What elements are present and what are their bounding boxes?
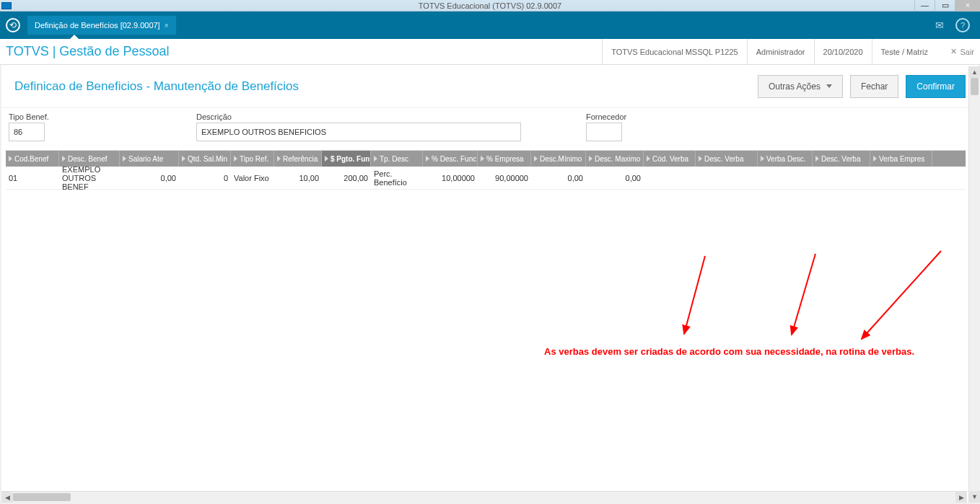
sort-icon xyxy=(647,156,650,162)
scroll-down-icon[interactable]: ▼ xyxy=(969,491,980,503)
field-tipo-benef: Tipo Benef. xyxy=(9,112,196,141)
column-header[interactable]: Desc. Verba xyxy=(813,151,870,167)
help-icon[interactable]: ? xyxy=(955,18,970,32)
column-label: Verba Desc. xyxy=(766,155,805,163)
sort-icon xyxy=(426,156,429,162)
user-label: Administrador xyxy=(747,39,814,65)
exit-button[interactable]: ✕ Sair xyxy=(950,47,974,56)
content-frame: Definicao de Beneficios - Manutenção de … xyxy=(1,65,979,503)
column-header[interactable]: Verba Empres xyxy=(870,151,932,167)
column-header[interactable]: Cod.Benef xyxy=(6,151,59,167)
fornecedor-input[interactable] xyxy=(586,123,622,141)
sort-icon xyxy=(699,156,702,162)
back-button[interactable]: ⟲ xyxy=(0,12,26,39)
column-label: % Empresa xyxy=(486,155,524,163)
column-header[interactable]: Salario Ate xyxy=(120,151,179,167)
column-label: Salario Ate xyxy=(128,155,163,163)
table-cell xyxy=(696,167,758,189)
column-label: Desc. Maximo xyxy=(595,155,640,163)
column-label: Referência xyxy=(283,155,318,163)
column-label: Desc. Benef xyxy=(68,155,107,163)
fechar-button[interactable]: Fechar xyxy=(850,75,898,98)
column-label: Cod.Benef xyxy=(14,155,48,163)
column-header[interactable]: Cód. Verba xyxy=(644,151,696,167)
column-header[interactable]: Verba Desc. xyxy=(758,151,813,167)
table-cell: 0 xyxy=(179,167,231,189)
descricao-input[interactable] xyxy=(196,123,521,141)
sort-icon xyxy=(815,156,819,162)
field-fornecedor: Fornecedor xyxy=(586,112,658,141)
column-header[interactable]: $ Pgto. Fun. xyxy=(322,151,371,167)
table-cell: EXEMPLO OUTROS BENEF xyxy=(59,167,120,189)
brand-title: TOTVS | Gestão de Pessoal xyxy=(6,44,169,59)
app-icon xyxy=(1,2,12,9)
close-button[interactable]: × xyxy=(955,0,980,12)
mail-icon[interactable]: ✉ xyxy=(932,18,947,32)
sort-icon xyxy=(277,156,281,162)
outras-acoes-button[interactable]: Outras Ações xyxy=(758,75,843,98)
date-label: 20/10/2020 xyxy=(814,39,872,65)
column-header[interactable]: Tipo Ref. xyxy=(231,151,274,167)
column-header[interactable]: Desc.Mínimo xyxy=(531,151,586,167)
confirmar-button[interactable]: Confirmar xyxy=(906,75,966,98)
minimize-button[interactable]: — xyxy=(914,0,935,12)
maximize-button[interactable]: ▭ xyxy=(935,0,955,12)
column-label: % Desc. Func xyxy=(432,155,476,163)
table-cell: Valor Fixo xyxy=(231,167,274,189)
tipo-benef-input[interactable] xyxy=(9,123,45,141)
column-header[interactable]: Desc. Verba xyxy=(696,151,758,167)
sort-icon xyxy=(9,156,12,162)
tab-definicao-beneficios[interactable]: Definição de Benefícios [02.9.0007] × xyxy=(27,16,176,35)
page-vscrollbar[interactable]: ▲ ▼ xyxy=(968,66,980,503)
annotation-text: As verbas devem ser criadas de acordo co… xyxy=(544,346,914,357)
module-tabbar: ⟲ Definição de Benefícios [02.9.0007] × … xyxy=(0,12,980,39)
column-label: Desc.Mínimo xyxy=(540,155,582,163)
sort-icon xyxy=(481,156,484,162)
table-cell xyxy=(870,167,932,189)
table-cell: 10,00 xyxy=(274,167,322,189)
column-header[interactable]: Desc. Benef xyxy=(59,151,120,167)
column-header[interactable]: Desc. Maximo xyxy=(586,151,644,167)
table-cell: 01 xyxy=(6,167,59,189)
table-cell: 10,00000 xyxy=(423,167,478,189)
status-strip: TOTVS Educacional MSSQL P1225 Administra… xyxy=(602,39,937,64)
table-cell: 90,00000 xyxy=(478,167,531,189)
tab-close-icon[interactable]: × xyxy=(165,22,169,30)
table-row[interactable]: 01EXEMPLO OUTROS BENEF0,000Valor Fixo10,… xyxy=(6,167,966,190)
sort-icon xyxy=(873,156,877,162)
column-label: Desc. Verba xyxy=(821,155,860,163)
exit-x-icon: ✕ xyxy=(950,47,957,56)
table-cell xyxy=(644,167,696,189)
sort-icon xyxy=(234,156,237,162)
column-label: Desc. Verba xyxy=(704,155,743,163)
scroll-left-icon[interactable]: ◀ xyxy=(1,492,13,503)
scroll-right-icon[interactable]: ▶ xyxy=(955,492,967,503)
column-label: Cód. Verba xyxy=(652,155,688,163)
field-descricao: Descrição xyxy=(196,112,586,141)
descricao-label: Descrição xyxy=(196,112,586,121)
app-bar: TOTVS | Gestão de Pessoal TOTVS Educacio… xyxy=(0,39,980,65)
sort-icon xyxy=(123,156,126,162)
window-controls: — ▭ × xyxy=(914,0,980,12)
scroll-up-icon[interactable]: ▲ xyxy=(969,66,980,78)
tab-label: Definição de Benefícios [02.9.0007] xyxy=(35,21,160,30)
column-label: Tp. Desc xyxy=(380,155,408,163)
page-hscrollbar[interactable]: ◀ ▶ xyxy=(1,491,967,503)
column-header[interactable]: % Empresa xyxy=(478,151,531,167)
benefits-table: Cod.BenefDesc. BenefSalario AteQtd. Sal.… xyxy=(6,150,966,487)
sort-icon xyxy=(374,156,377,162)
sort-icon xyxy=(534,156,538,162)
table-body: 01EXEMPLO OUTROS BENEF0,000Valor Fixo10,… xyxy=(6,167,966,487)
column-header[interactable]: Qtd. Sal.Min xyxy=(179,151,231,167)
column-header[interactable]: Tp. Desc xyxy=(371,151,423,167)
fornecedor-label: Fornecedor xyxy=(586,112,658,121)
sort-icon xyxy=(182,156,185,162)
sort-icon xyxy=(589,156,592,162)
table-header: Cod.BenefDesc. BenefSalario AteQtd. Sal.… xyxy=(6,151,966,167)
tipo-benef-label: Tipo Benef. xyxy=(9,112,196,121)
form-row: Tipo Benef. Descrição Fornecedor xyxy=(1,108,979,150)
column-header[interactable]: Referência xyxy=(274,151,322,167)
column-header[interactable]: % Desc. Func xyxy=(423,151,478,167)
column-label: $ Pgto. Fun. xyxy=(331,155,371,163)
column-label: Qtd. Sal.Min xyxy=(188,155,227,163)
